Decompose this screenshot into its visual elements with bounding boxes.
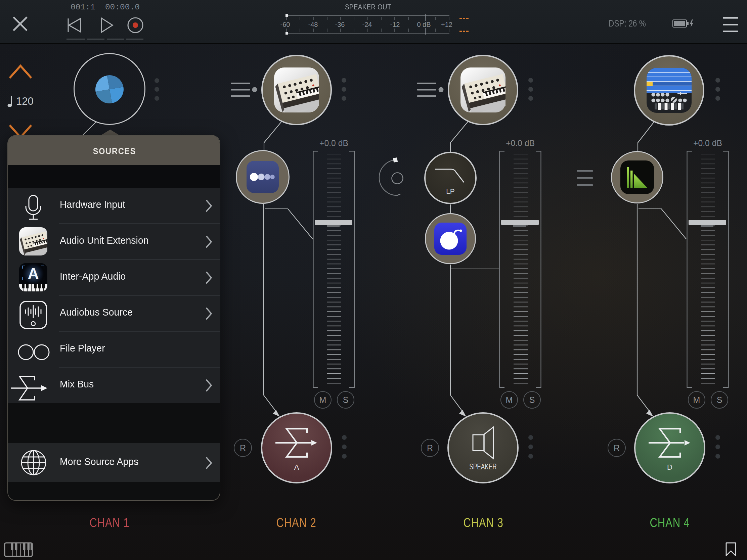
svg-text:D: D (667, 463, 672, 471)
svg-text:SPEAKER: SPEAKER (469, 462, 497, 471)
svg-text:LP: LP (446, 187, 455, 195)
svg-text:A: A (294, 463, 299, 471)
